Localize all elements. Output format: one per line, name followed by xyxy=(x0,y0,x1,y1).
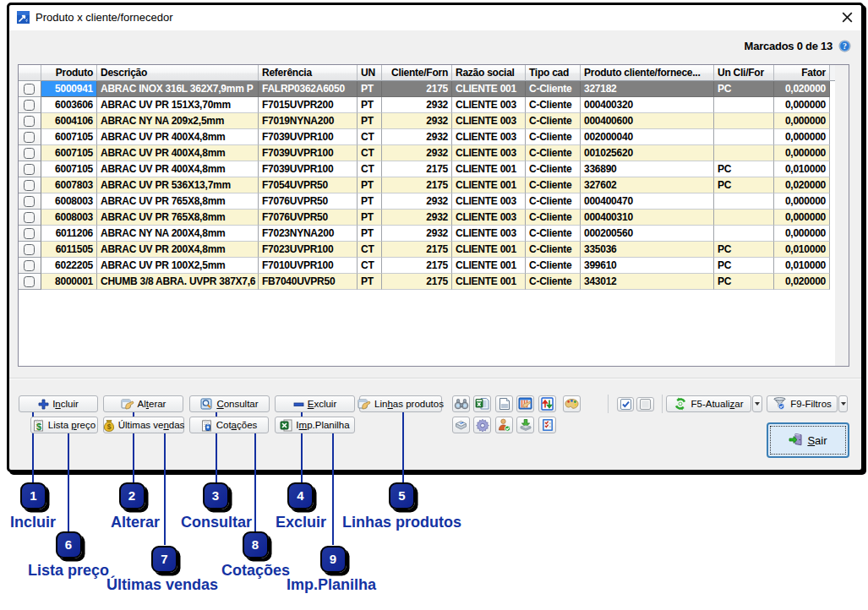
svg-text:?: ? xyxy=(843,41,847,51)
svg-text:$: $ xyxy=(106,422,111,431)
svg-text:$: $ xyxy=(36,421,41,431)
